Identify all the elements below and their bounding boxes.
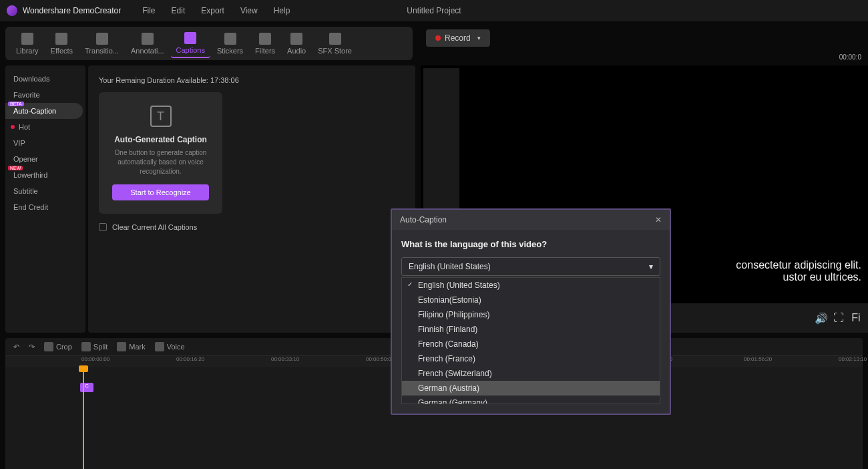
lang-option[interactable]: French (France) — [402, 351, 660, 366]
lang-option[interactable]: Filipino (Philippines) — [402, 307, 660, 322]
beta-badge: BETA — [8, 102, 24, 106]
voice-icon — [155, 342, 164, 351]
tool-tabs: Library Effects Transitio... Annotati...… — [5, 27, 413, 60]
lang-option[interactable]: English (United States) — [402, 278, 660, 293]
menu-export[interactable]: Export — [193, 6, 232, 15]
titlebar: Wondershare DemoCreator File Edit Export… — [0, 0, 868, 21]
crop-button[interactable]: Crop — [44, 342, 72, 351]
record-label: Record — [445, 33, 471, 43]
text-frame-icon: T — [150, 106, 172, 127]
record-dot-icon — [435, 35, 441, 41]
card-subtitle: One button to generate caption automatic… — [112, 148, 209, 176]
voice-button[interactable]: Voice — [155, 342, 185, 351]
chevron-down-icon: ▾ — [649, 262, 653, 271]
lang-option[interactable]: French (Canada) — [402, 337, 660, 351]
tab-audio[interactable]: Audio — [282, 30, 311, 57]
library-icon — [21, 33, 33, 45]
lang-option[interactable]: Finnish (Finland) — [402, 322, 660, 337]
tab-transitions[interactable]: Transitio... — [79, 30, 124, 57]
mark-icon — [117, 342, 126, 351]
modal-header: Auto-Caption ✕ — [392, 210, 670, 230]
language-select[interactable]: English (United States) ▾ — [401, 257, 660, 276]
sidebar-vip[interactable]: VIP — [5, 135, 85, 151]
redo-icon: ↷ — [29, 343, 35, 351]
tab-stickers[interactable]: Stickers — [212, 30, 248, 57]
preview-subtitle: consectetur adipiscing elit. ustor eu ul… — [736, 259, 861, 283]
modal-title: Auto-Caption — [400, 215, 447, 224]
menu-edit[interactable]: Edit — [164, 6, 194, 15]
split-button[interactable]: Split — [81, 342, 107, 351]
lang-option[interactable]: Estonian(Estonia) — [402, 293, 660, 307]
sidebar-autocaption[interactable]: BETAAuto-Caption — [5, 103, 83, 119]
redo-button[interactable]: ↷ — [29, 343, 35, 351]
tab-captions[interactable]: Captions — [171, 29, 210, 58]
content-panel: Your Remaing Duration Available: 17:38:0… — [88, 65, 415, 333]
playhead[interactable] — [83, 367, 84, 469]
clear-captions-row[interactable]: Clear Current All Captions — [99, 223, 405, 231]
language-selected: English (United States) — [409, 262, 491, 271]
tab-annotations[interactable]: Annotati... — [126, 30, 170, 57]
hot-dot-icon — [11, 125, 15, 129]
crop-icon — [44, 342, 53, 351]
clear-checkbox[interactable] — [99, 223, 107, 231]
transitions-icon — [96, 33, 108, 45]
modal-question: What is the language of this video? — [401, 239, 660, 249]
menu-view[interactable]: View — [232, 6, 266, 15]
sidebar-subtitle[interactable]: Subtitle — [5, 183, 85, 199]
sidebar-lowerthird[interactable]: NEWLowerthird — [5, 167, 85, 183]
clear-label: Clear Current All Captions — [112, 223, 197, 231]
effects-icon — [55, 33, 67, 45]
stickers-icon — [224, 33, 236, 45]
duration-text: Your Remaing Duration Available: 17:38:0… — [99, 76, 405, 84]
lang-option[interactable]: German (Austria) — [402, 381, 660, 396]
close-icon[interactable]: ✕ — [655, 215, 662, 224]
chevron-down-icon: ▾ — [477, 35, 481, 41]
filters-icon — [259, 33, 271, 45]
fit-icon[interactable]: Fi — [851, 313, 861, 323]
record-button[interactable]: Record ▾ — [426, 29, 490, 47]
card-title: Auto-Generated Caption — [112, 135, 209, 144]
menu-help[interactable]: Help — [266, 6, 298, 15]
lang-option[interactable]: German (Germany) — [402, 396, 660, 404]
volume-icon[interactable]: 🔊 — [816, 313, 827, 323]
new-badge: NEW — [8, 166, 23, 170]
split-icon — [81, 342, 91, 351]
project-title: Untitled Project — [407, 6, 461, 15]
mark-button[interactable]: Mark — [117, 342, 145, 351]
captions-icon — [184, 32, 196, 44]
sidebar-hot[interactable]: Hot — [5, 119, 85, 135]
menu-file[interactable]: File — [134, 6, 163, 15]
tab-filters[interactable]: Filters — [250, 30, 280, 57]
sidebar-endcredit[interactable]: End Credit — [5, 199, 85, 215]
timeline-clip[interactable]: C — [80, 383, 93, 392]
app-name: Wondershare DemoCreator — [23, 6, 121, 15]
undo-icon: ↶ — [13, 343, 19, 351]
audio-icon — [290, 33, 302, 45]
tab-effects[interactable]: Effects — [45, 30, 78, 57]
sidebar-opener[interactable]: Opener — [5, 151, 85, 167]
start-recognize-button[interactable]: Start to Recognize — [112, 184, 209, 200]
sfx-icon — [329, 33, 341, 45]
language-dropdown: English (United States) Estonian(Estonia… — [401, 277, 660, 404]
undo-button[interactable]: ↶ — [13, 343, 19, 351]
auto-caption-card: T Auto-Generated Caption One button to g… — [99, 92, 222, 214]
preview-time: 00:00:0 — [839, 53, 861, 61]
sidebar-favorite[interactable]: Favorite — [5, 87, 85, 103]
tab-sfx[interactable]: SFX Store — [312, 30, 357, 57]
lang-option[interactable]: French (Switzerland) — [402, 366, 660, 381]
auto-caption-modal: Auto-Caption ✕ What is the language of t… — [391, 208, 671, 415]
app-logo-icon — [7, 5, 17, 16]
side-panel: Downloads Favorite BETAAuto-Caption Hot … — [5, 65, 85, 333]
annotations-icon — [142, 33, 154, 45]
tab-library[interactable]: Library — [11, 30, 44, 57]
sidebar-downloads[interactable]: Downloads — [5, 71, 85, 87]
fullscreen-icon[interactable]: ⛶ — [833, 313, 844, 323]
